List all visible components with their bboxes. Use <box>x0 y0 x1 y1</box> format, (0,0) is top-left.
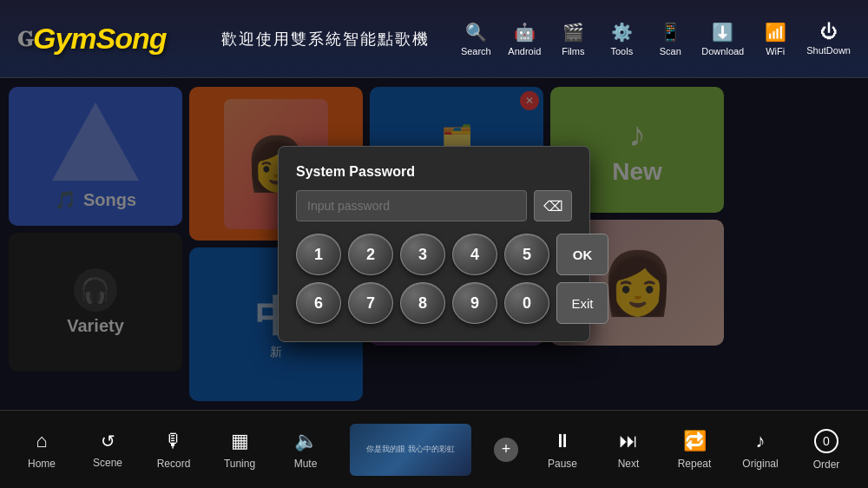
search-icon: 🔍 <box>465 22 487 43</box>
dialog-title: System Password <box>296 164 572 180</box>
bottom-pause[interactable]: ⏸ Pause <box>541 430 584 470</box>
mini-player: 你是我的眼 我心中的彩虹 <box>350 424 471 476</box>
nav-films[interactable]: 🎬 Films <box>556 22 590 56</box>
key-9[interactable]: 9 <box>452 282 497 324</box>
app-logo: 𝐆GymSong <box>17 22 167 56</box>
scan-icon: 📱 <box>660 22 681 43</box>
key-4[interactable]: 4 <box>452 234 497 275</box>
password-input[interactable] <box>296 190 527 221</box>
key-3[interactable]: 3 <box>400 234 445 275</box>
key-8[interactable]: 8 <box>400 282 445 324</box>
bottom-next[interactable]: ⏭ Next <box>607 430 650 470</box>
numpad-keys: 1 2 3 4 5 6 7 8 9 0 <box>296 234 549 324</box>
record-label: Record <box>157 458 191 470</box>
mute-icon: 🔈 <box>294 430 318 452</box>
android-icon: 🤖 <box>514 22 536 43</box>
numpad-row-1: 1 2 3 4 5 <box>296 234 549 275</box>
main-content: 🎵 Songs 🎧 Variety 👩 中 新 <box>0 78 868 410</box>
bottom-order[interactable]: 0 Order <box>805 429 848 471</box>
download-icon: ⬇️ <box>712 22 733 43</box>
bottom-scene[interactable]: ↺ Scene <box>86 431 129 469</box>
original-label: Original <box>742 458 778 470</box>
original-icon: ♪ <box>756 430 766 452</box>
password-input-row: ⌫ <box>296 190 572 221</box>
bottom-original[interactable]: ♪ Original <box>739 430 782 470</box>
system-password-dialog: System Password ⌫ 1 2 3 4 5 6 7 <box>278 146 590 342</box>
bottom-repeat[interactable]: 🔁 Repeat <box>673 430 716 470</box>
key-1[interactable]: 1 <box>296 234 341 275</box>
bottom-record[interactable]: 🎙 Record <box>152 430 195 470</box>
key-0[interactable]: 0 <box>504 282 549 324</box>
scene-label: Scene <box>93 457 122 469</box>
nav-android[interactable]: 🤖 Android <box>507 22 542 56</box>
numpad-row-2: 6 7 8 9 0 <box>296 282 549 324</box>
nav-search[interactable]: 🔍 Search <box>458 22 493 56</box>
nav-android-label: Android <box>508 46 541 56</box>
record-icon: 🎙 <box>164 430 183 452</box>
pause-icon: ⏸ <box>553 430 572 452</box>
repeat-icon: 🔁 <box>683 430 707 452</box>
dialog-overlay: System Password ⌫ 1 2 3 4 5 6 7 <box>0 78 868 410</box>
tuning-icon: ▦ <box>231 430 249 452</box>
wifi-icon: 📶 <box>765 22 786 43</box>
home-icon: ⌂ <box>36 430 47 452</box>
key-7[interactable]: 7 <box>348 282 393 324</box>
order-icon: 0 <box>814 429 838 453</box>
shutdown-icon: ⏻ <box>820 22 838 42</box>
nav-films-label: Films <box>562 46 584 56</box>
now-playing-text: 你是我的眼 我心中的彩虹 <box>366 444 455 455</box>
nav-download-label: Download <box>701 46 744 56</box>
tools-icon: ⚙️ <box>611 22 633 43</box>
next-icon: ⏭ <box>619 430 638 452</box>
key-2[interactable]: 2 <box>348 234 393 275</box>
backspace-button[interactable]: ⌫ <box>534 190 572 221</box>
mute-label: Mute <box>294 458 318 470</box>
next-label: Next <box>618 458 640 470</box>
films-icon: 🎬 <box>562 22 584 43</box>
nav-scan-label: Scan <box>660 46 681 56</box>
bottom-home[interactable]: ⌂ Home <box>20 430 63 470</box>
numpad-section: 1 2 3 4 5 6 7 8 9 0 OK <box>296 234 572 324</box>
repeat-label: Repeat <box>678 458 712 470</box>
key-5[interactable]: 5 <box>504 234 549 275</box>
nav-wifi[interactable]: 📶 WiFi <box>758 22 792 56</box>
nav-tools[interactable]: ⚙️ Tools <box>604 22 639 56</box>
key-6[interactable]: 6 <box>296 282 341 324</box>
nav-download[interactable]: ⬇️ Download <box>701 22 744 56</box>
home-label: Home <box>28 458 56 470</box>
tuning-label: Tuning <box>224 458 255 470</box>
mini-player-content: 你是我的眼 我心中的彩虹 <box>350 424 471 476</box>
bottom-bar: ⌂ Home ↺ Scene 🎙 Record ▦ Tuning 🔈 Mute … <box>0 410 868 488</box>
add-to-queue-button[interactable]: + <box>494 438 518 462</box>
action-buttons: OK Exit <box>556 234 608 324</box>
pause-label: Pause <box>548 458 577 470</box>
nav-shutdown[interactable]: ⏻ ShutDown <box>806 22 851 56</box>
nav-wifi-label: WiFi <box>766 46 785 56</box>
nav-scan[interactable]: 📱 Scan <box>653 22 687 56</box>
top-nav: 🔍 Search 🤖 Android 🎬 Films ⚙️ Tools 📱 Sc… <box>458 22 851 56</box>
nav-tools-label: Tools <box>610 46 633 56</box>
nav-search-label: Search <box>461 46 491 56</box>
scene-icon: ↺ <box>101 431 115 452</box>
welcome-text: 歡迎使用雙系統智能點歌機 <box>193 29 459 49</box>
exit-button[interactable]: Exit <box>556 282 608 324</box>
top-bar: 𝐆GymSong 歡迎使用雙系統智能點歌機 🔍 Search 🤖 Android… <box>0 0 868 78</box>
order-label: Order <box>813 458 840 471</box>
bottom-tuning[interactable]: ▦ Tuning <box>218 430 261 470</box>
ok-button[interactable]: OK <box>556 234 608 275</box>
nav-shutdown-label: ShutDown <box>806 45 851 56</box>
bottom-mute[interactable]: 🔈 Mute <box>284 430 327 470</box>
